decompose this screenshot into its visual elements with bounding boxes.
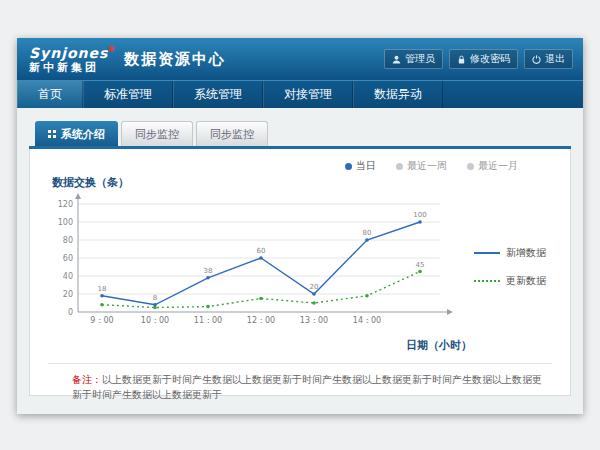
tab-system-intro[interactable]: 系统介绍 <box>35 121 118 146</box>
svg-text:20: 20 <box>63 290 73 299</box>
app-window: Synjones✱ 新中新集团 数据资源中心 管理员 修改密码 <box>17 38 583 414</box>
chart-panel: 当日 最近一周 最近一月 数据交换（条） 0204060801001209：00… <box>29 149 571 396</box>
header-actions: 管理员 修改密码 退出 <box>384 49 573 69</box>
logo-star-icon: ✱ <box>107 44 115 54</box>
tab-sync-monitor-1-label: 同步监控 <box>135 127 179 142</box>
logo: Synjones✱ 新中新集团 <box>17 45 114 74</box>
tab-system-intro-label: 系统介绍 <box>61 127 105 142</box>
series-legend: 新增数据 更新数据 <box>474 246 546 288</box>
note-text: 以上数据更新于时间产生数据以上数据更新于时间产生数据以上数据更新于时间产生数据以… <box>72 374 542 400</box>
svg-text:80: 80 <box>363 229 372 237</box>
svg-text:120: 120 <box>58 200 73 209</box>
filter-last-month[interactable]: 最近一月 <box>467 159 518 173</box>
chart-row: 0204060801001209：0010：0011：0012：0013：001… <box>48 192 552 342</box>
logo-subtitle: 新中新集团 <box>29 62 114 74</box>
header-bar: Synjones✱ 新中新集团 数据资源中心 管理员 修改密码 <box>17 38 583 80</box>
svg-text:9：00: 9：00 <box>90 316 113 325</box>
logout-label: 退出 <box>545 52 565 66</box>
svg-text:60: 60 <box>257 247 266 255</box>
user-icon <box>392 55 401 64</box>
svg-text:80: 80 <box>63 236 73 245</box>
svg-text:10：00: 10：00 <box>141 316 169 325</box>
svg-text:8: 8 <box>153 294 157 302</box>
admin-user-label: 管理员 <box>405 52 435 66</box>
logo-name: Synjones <box>29 45 108 61</box>
svg-text:14：00: 14：00 <box>353 316 381 325</box>
filter-today[interactable]: 当日 <box>345 159 376 173</box>
logout-button[interactable]: 退出 <box>524 49 573 69</box>
power-icon <box>532 55 541 64</box>
svg-text:40: 40 <box>63 272 73 281</box>
svg-text:38: 38 <box>204 267 213 275</box>
y-axis-title: 数据交换（条） <box>52 175 552 190</box>
radio-dot-icon <box>396 163 403 170</box>
line-chart: 0204060801001209：0010：0011：0012：0013：001… <box>48 192 468 342</box>
lock-icon <box>457 55 466 64</box>
legend-updated-data[interactable]: 更新数据 <box>474 274 546 288</box>
nav-item-connect-mgmt[interactable]: 对接管理 <box>263 81 353 108</box>
svg-text:60: 60 <box>63 254 73 263</box>
tab-sync-monitor-2[interactable]: 同步监控 <box>196 121 268 146</box>
nav-item-system-mgmt[interactable]: 系统管理 <box>173 81 263 108</box>
filter-last-week[interactable]: 最近一周 <box>396 159 447 173</box>
note-label: 备注： <box>72 374 102 385</box>
nav-item-standard-mgmt[interactable]: 标准管理 <box>83 81 173 108</box>
main-nav: 首页 标准管理 系统管理 对接管理 数据异动 <box>17 80 583 108</box>
svg-text:100: 100 <box>58 218 73 227</box>
svg-text:45: 45 <box>416 261 425 269</box>
change-password-label: 修改密码 <box>470 52 510 66</box>
svg-text:11：00: 11：00 <box>194 316 222 325</box>
admin-user-button[interactable]: 管理员 <box>384 49 443 69</box>
solid-line-icon <box>474 252 500 254</box>
time-range-filters: 当日 最近一周 最近一月 <box>48 159 552 173</box>
dotted-line-icon <box>474 280 500 282</box>
footer-note: 备注：以上数据更新于时间产生数据以上数据更新于时间产生数据以上数据更新于时间产生… <box>48 372 552 402</box>
divider <box>48 363 552 364</box>
svg-text:0: 0 <box>68 308 73 317</box>
radio-dot-icon <box>467 163 474 170</box>
tab-sync-monitor-1[interactable]: 同步监控 <box>121 121 193 146</box>
legend-new-data-label: 新增数据 <box>506 246 546 260</box>
svg-text:13：00: 13：00 <box>300 316 328 325</box>
nav-item-home[interactable]: 首页 <box>17 81 83 108</box>
tab-sync-monitor-2-label: 同步监控 <box>210 127 254 142</box>
legend-new-data[interactable]: 新增数据 <box>474 246 546 260</box>
change-password-button[interactable]: 修改密码 <box>449 49 518 69</box>
content-area: 系统介绍 同步监控 同步监控 当日 最近一周 <box>17 108 583 396</box>
svg-text:100: 100 <box>413 211 426 219</box>
filter-last-week-label: 最近一周 <box>407 159 447 173</box>
svg-text:18: 18 <box>98 285 107 293</box>
filter-last-month-label: 最近一月 <box>478 159 518 173</box>
legend-updated-data-label: 更新数据 <box>506 274 546 288</box>
filter-today-label: 当日 <box>356 159 376 173</box>
grid-icon <box>48 130 56 138</box>
nav-item-data-change[interactable]: 数据异动 <box>353 81 443 108</box>
tab-bar: 系统介绍 同步监控 同步监控 <box>29 121 571 146</box>
svg-text:20: 20 <box>310 283 319 291</box>
radio-dot-icon <box>345 163 352 170</box>
page-title: 数据资源中心 <box>124 50 226 69</box>
svg-text:12：00: 12：00 <box>247 316 275 325</box>
